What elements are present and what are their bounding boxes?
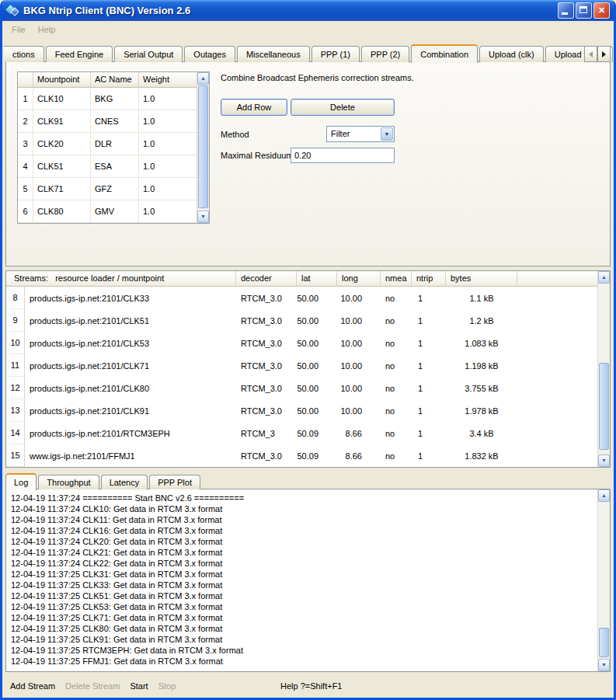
delete-button[interactable]: Delete bbox=[291, 99, 395, 116]
title-bar[interactable]: BKG Ntrip Client (BNC) Version 2.6 ✕ bbox=[2, 0, 614, 21]
cell-long: 8.66 bbox=[337, 444, 381, 467]
scroll-down-button[interactable]: ▼ bbox=[598, 454, 610, 467]
table-row[interactable]: 11products.igs-ip.net:2101/CLK71RTCM_3.0… bbox=[6, 354, 597, 377]
table-row[interactable]: 1CLK10BKG1.0 bbox=[18, 88, 197, 110]
table-row[interactable]: 10products.igs-ip.net:2101/CLK53RTCM_3.0… bbox=[6, 332, 597, 354]
cell-bytes: 1.832 kB bbox=[446, 444, 517, 467]
table-row[interactable]: 13products.igs-ip.net:2101/CLK91RTCM_3.0… bbox=[6, 399, 597, 422]
row-number: 5 bbox=[18, 178, 33, 200]
log-line: 12-04-19 11:37:25 CLK33: Get data in RTC… bbox=[11, 580, 593, 590]
header-ac-name[interactable]: AC Name bbox=[91, 72, 139, 88]
table-row[interactable]: 4CLK51ESA1.0 bbox=[18, 155, 197, 178]
cell-ntrip: 1 bbox=[412, 377, 446, 399]
cell-weight: 1.0 bbox=[139, 178, 197, 200]
tab-log[interactable]: Log bbox=[5, 473, 37, 490]
log-scrollbar[interactable]: ▲ ▼ bbox=[597, 489, 610, 671]
log-line: 12-04-19 11:37:24 CLK21: Get data in RTC… bbox=[11, 547, 593, 558]
table-row[interactable]: 15www.igs-ip.net:2101/FFMJ1RTCM_3.050.09… bbox=[6, 444, 597, 467]
row-number: 14 bbox=[6, 422, 25, 444]
combination-panel: Mountpoint AC Name Weight 1CLK10BKG1.02C… bbox=[5, 61, 611, 266]
log-line: 12-04-19 11:37:24 ========== Start BNC v… bbox=[11, 493, 593, 503]
cell-lat: 50.00 bbox=[297, 332, 337, 354]
cell-mountpoint: products.igs-ip.net:2101/CLK33 bbox=[25, 287, 236, 309]
header-weight[interactable]: Weight bbox=[139, 72, 197, 88]
menu-help[interactable]: Help bbox=[32, 23, 62, 36]
tab-scroll-right-button[interactable] bbox=[597, 46, 611, 62]
streams-table-header: Streams: resource loader / mountpoint de… bbox=[6, 271, 597, 287]
scroll-up-button[interactable]: ▲ bbox=[598, 271, 610, 284]
cell-nmea: no bbox=[381, 444, 412, 467]
method-dropdown[interactable]: Filter ▼ bbox=[326, 126, 395, 142]
chevron-down-icon[interactable]: ▼ bbox=[381, 127, 393, 141]
add-stream-button[interactable]: Add Stream bbox=[10, 681, 55, 691]
header-long[interactable]: long bbox=[337, 271, 381, 286]
scroll-up-button[interactable]: ▲ bbox=[197, 72, 209, 85]
table-row[interactable]: 3CLK20DLR1.0 bbox=[18, 133, 197, 155]
scroll-thumb[interactable] bbox=[599, 628, 609, 657]
minimize-button[interactable] bbox=[558, 2, 574, 19]
maximal-residuum-label: Maximal Residuum bbox=[221, 151, 294, 160]
cell-filler bbox=[517, 287, 597, 309]
header-streams[interactable]: Streams: resource loader / mountpoint bbox=[6, 271, 236, 286]
start-button[interactable]: Start bbox=[130, 681, 148, 691]
log-line: 12-04-19 11:37:25 CLK51: Get data in RTC… bbox=[11, 590, 593, 601]
log-panel[interactable]: 12-04-19 11:37:24 ========== Start BNC v… bbox=[5, 489, 611, 672]
cell-long: 10.00 bbox=[337, 309, 381, 332]
maximal-residuum-input[interactable] bbox=[291, 148, 395, 163]
cell-nmea: no bbox=[381, 377, 412, 399]
tab-serial-output[interactable]: Serial Output bbox=[114, 46, 183, 62]
header-lat[interactable]: lat bbox=[297, 271, 337, 286]
header-nmea[interactable]: nmea bbox=[381, 271, 412, 286]
tab-latency[interactable]: Latency bbox=[101, 475, 148, 489]
table-row[interactable]: 12products.igs-ip.net:2101/CLK80RTCM_3.0… bbox=[6, 377, 597, 399]
cell-decoder: RTCM_3.0 bbox=[236, 332, 297, 354]
header-bytes[interactable]: bytes bbox=[446, 271, 517, 286]
table-row[interactable]: 8products.igs-ip.net:2101/CLK33RTCM_3.05… bbox=[6, 287, 597, 309]
tab-ppp-2[interactable]: PPP (2) bbox=[361, 46, 409, 62]
table-row[interactable]: 5CLK71GFZ1.0 bbox=[18, 178, 197, 200]
combination-table-scrollbar[interactable]: ▲ ▼ bbox=[197, 72, 209, 223]
close-button[interactable]: ✕ bbox=[593, 2, 610, 19]
tab-scroll-left-button[interactable] bbox=[584, 46, 597, 62]
header-decoder[interactable]: decoder bbox=[236, 271, 297, 286]
scroll-thumb[interactable] bbox=[599, 363, 609, 450]
delete-stream-button[interactable]: Delete Stream bbox=[65, 681, 120, 691]
table-row[interactable]: 2CLK91CNES1.0 bbox=[18, 110, 197, 133]
scroll-down-button[interactable]: ▼ bbox=[197, 211, 209, 223]
maximize-button[interactable] bbox=[576, 2, 592, 19]
header-ntrip[interactable]: ntrip bbox=[412, 271, 446, 286]
cell-lat: 50.00 bbox=[297, 399, 337, 422]
row-number: 1 bbox=[18, 88, 33, 110]
table-row[interactable]: 9products.igs-ip.net:2101/CLK51RTCM_3.05… bbox=[6, 309, 597, 332]
scroll-up-button[interactable]: ▲ bbox=[598, 489, 610, 502]
add-row-button[interactable]: Add Row bbox=[221, 99, 287, 116]
tab-combination[interactable]: Combination bbox=[411, 44, 478, 63]
tab-ppp-1[interactable]: PPP (1) bbox=[311, 46, 360, 62]
cell-mountpoint: products.igs-ip.net:2101/RTCM3EPH bbox=[25, 422, 236, 444]
tab-feed-engine[interactable]: Feed Engine bbox=[46, 46, 113, 62]
scroll-thumb[interactable] bbox=[198, 85, 208, 208]
tab-ppp-plot[interactable]: PPP Plot bbox=[149, 475, 200, 489]
header-mountpoint[interactable]: Mountpoint bbox=[33, 72, 91, 88]
cell-mountpoint: products.igs-ip.net:2101/CLK91 bbox=[25, 399, 236, 422]
stop-button[interactable]: Stop bbox=[158, 681, 176, 691]
tab-ctions[interactable]: ctions bbox=[4, 46, 44, 62]
header-corner[interactable] bbox=[18, 72, 33, 88]
maximize-icon bbox=[579, 6, 587, 13]
tab-outages[interactable]: Outages bbox=[184, 46, 235, 62]
tab-upload-clk[interactable]: Upload (clk) bbox=[479, 46, 544, 62]
cell-bytes: 1.2 kB bbox=[446, 309, 517, 332]
cell-ac-name: DLR bbox=[91, 133, 139, 155]
tab-miscellaneous[interactable]: Miscellaneous bbox=[237, 46, 310, 62]
log-line: 12-04-19 11:37:24 CLK22: Get data in RTC… bbox=[11, 558, 593, 569]
cell-weight: 1.0 bbox=[139, 155, 197, 178]
cell-filler bbox=[517, 377, 597, 399]
tab-throughput[interactable]: Throughput bbox=[38, 475, 99, 489]
streams-scrollbar[interactable]: ▲ ▼ bbox=[597, 271, 610, 467]
table-row[interactable]: 6CLK80GMV1.0 bbox=[18, 200, 197, 223]
cell-nmea: no bbox=[381, 287, 412, 309]
table-row[interactable]: 14products.igs-ip.net:2101/RTCM3EPHRTCM_… bbox=[6, 422, 597, 444]
scroll-down-button[interactable]: ▼ bbox=[598, 659, 610, 671]
cell-lat: 50.00 bbox=[297, 354, 337, 377]
menu-file[interactable]: File bbox=[5, 23, 32, 36]
